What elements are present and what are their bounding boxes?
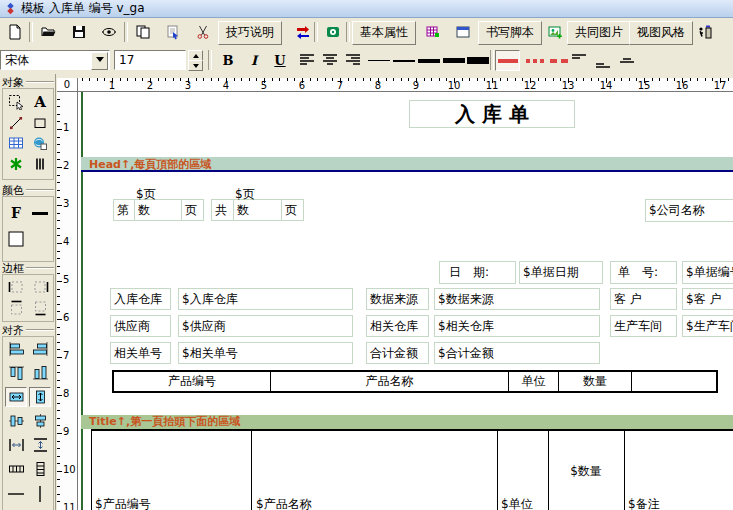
equal-height-cells-button[interactable] xyxy=(29,459,51,479)
product-name-field[interactable]: $产品名称 xyxy=(256,496,312,510)
header-cell-product-code[interactable]: 产品编号 xyxy=(114,372,270,391)
workshop-field[interactable]: $生产车间 xyxy=(682,315,733,337)
total-pages-field[interactable]: $页 数 xyxy=(233,199,282,221)
equal-v-spacing-button[interactable] xyxy=(29,435,51,455)
header-cell-product-name[interactable]: 产品名称 xyxy=(270,372,508,391)
warehouse-label[interactable]: 入库仓库 xyxy=(110,288,171,310)
company-name-field[interactable]: $公司名称 xyxy=(645,199,733,222)
customer-label[interactable]: 客 户 xyxy=(610,288,677,310)
note-field[interactable]: $备注 xyxy=(628,496,660,510)
same-width-button[interactable] xyxy=(5,387,27,407)
total-amount-field[interactable]: $合计金额 xyxy=(434,342,600,364)
border-top-button[interactable] xyxy=(5,298,27,318)
swap-arrows-button[interactable] xyxy=(290,21,316,43)
unit-field[interactable]: $单位 xyxy=(501,496,533,510)
image-add-button[interactable] xyxy=(542,21,568,43)
quantity-field[interactable]: $数量 xyxy=(548,463,624,480)
image-tool-button[interactable] xyxy=(29,133,51,153)
paste-button[interactable] xyxy=(160,21,186,43)
line-weight-5-button[interactable] xyxy=(465,50,491,71)
bold-button[interactable]: B xyxy=(216,50,240,71)
write-script-button[interactable]: 书写脚本 xyxy=(478,21,542,45)
total-amount-label[interactable]: 合计金额 xyxy=(366,342,429,364)
center-on-vertical-button[interactable] xyxy=(29,411,51,431)
text-tool-button[interactable]: A xyxy=(29,92,51,112)
line-weight-2-button[interactable] xyxy=(391,50,417,71)
copy-button[interactable] xyxy=(130,21,156,43)
align-left-button[interactable] xyxy=(296,49,318,71)
design-canvas[interactable]: 入库单 Head↑,每頁頂部的區域 第 $页 数 页 共 $页 数 页 $公司名… xyxy=(78,92,733,510)
center-on-horizontal-button[interactable] xyxy=(5,411,27,431)
window-button[interactable] xyxy=(450,21,476,43)
save-button[interactable] xyxy=(66,21,92,43)
line-style-dotted-button[interactable] xyxy=(522,50,547,71)
vertical-line-button[interactable] xyxy=(29,484,51,504)
special-object-tool-button[interactable] xyxy=(5,154,27,174)
line-weight-4-button[interactable] xyxy=(441,50,467,71)
head-band[interactable]: Head↑,每頁頂部的區域 xyxy=(81,157,733,172)
line-tool-button[interactable] xyxy=(5,113,27,133)
view-style-button[interactable]: 视图风格 xyxy=(629,21,693,45)
open-button[interactable] xyxy=(36,21,62,43)
font-size-input[interactable]: 17 xyxy=(114,50,186,70)
font-color-button[interactable]: F xyxy=(5,203,27,223)
warehouse-field[interactable]: $入库仓库 xyxy=(178,288,353,310)
grid-button[interactable] xyxy=(420,21,446,43)
exit-button[interactable] xyxy=(692,21,718,43)
shared-images-button[interactable]: 共同图片 xyxy=(567,21,631,45)
total-prefix-label[interactable]: 共 xyxy=(211,199,234,221)
align-right-button[interactable] xyxy=(342,49,364,71)
border-left-button[interactable] xyxy=(5,277,27,297)
line-style-solid-button[interactable] xyxy=(495,50,520,71)
header-cell-empty[interactable] xyxy=(631,372,716,391)
form-title-box[interactable]: 入库单 xyxy=(409,100,575,128)
header-cell-unit[interactable]: 单位 xyxy=(508,372,558,391)
new-document-button[interactable] xyxy=(2,21,28,43)
date-label[interactable]: 日 期: xyxy=(439,261,516,284)
supplier-field[interactable]: $供应商 xyxy=(178,315,353,337)
basic-properties-button[interactable]: 基本属性 xyxy=(352,21,416,45)
page-suffix-label[interactable]: 页 xyxy=(181,199,204,221)
select-tool-button[interactable] xyxy=(5,92,27,112)
product-code-field[interactable]: $产品编号 xyxy=(95,496,151,510)
page-number-field[interactable]: $页 数 xyxy=(134,199,182,221)
font-dropdown-arrow[interactable] xyxy=(91,52,108,70)
underline-button[interactable]: U xyxy=(268,50,292,71)
stepper-down-button[interactable] xyxy=(188,60,203,71)
same-height-button[interactable] xyxy=(29,387,51,407)
rectangle-tool-button[interactable] xyxy=(29,113,51,133)
title-band[interactable]: Title↑,第一頁抬頭下面的區域 xyxy=(81,415,733,429)
line-weight-3-button[interactable] xyxy=(416,50,442,71)
related-warehouse-field[interactable]: $相关仓库 xyxy=(434,315,600,337)
tips-button[interactable]: 技巧说明 xyxy=(218,21,282,45)
data-source-label[interactable]: 数据来源 xyxy=(366,288,429,310)
media-button[interactable] xyxy=(320,21,346,43)
align-bottom-edges-button[interactable] xyxy=(29,363,51,383)
horizontal-line-button[interactable] xyxy=(5,484,27,504)
related-warehouse-label[interactable]: 相关仓库 xyxy=(366,315,429,337)
supplier-label[interactable]: 供应商 xyxy=(110,315,171,337)
line-color-button[interactable] xyxy=(29,203,51,223)
header-cell-quantity[interactable]: 数量 xyxy=(558,372,631,391)
column-header-table[interactable]: 产品编号 产品名称 单位 数量 xyxy=(112,370,718,393)
valign-top-button[interactable] xyxy=(568,48,590,70)
equal-width-cells-button[interactable] xyxy=(5,459,27,479)
barcode-tool-button[interactable] xyxy=(29,154,51,174)
font-select[interactable]: 宋体 xyxy=(0,50,110,70)
valign-bottom-button[interactable] xyxy=(592,54,614,76)
total-suffix-label[interactable]: 页 xyxy=(281,199,304,221)
date-field[interactable]: $单据日期 xyxy=(519,261,603,284)
valign-middle-button[interactable] xyxy=(616,51,638,73)
print-preview-button[interactable] xyxy=(96,21,122,43)
align-right-edges-button[interactable] xyxy=(29,339,51,359)
italic-button[interactable]: I xyxy=(242,50,266,71)
table-tool-button[interactable] xyxy=(5,133,27,153)
related-doc-label[interactable]: 相关单号 xyxy=(110,342,171,364)
doc-number-label[interactable]: 单 号: xyxy=(610,261,677,284)
align-left-edges-button[interactable] xyxy=(5,339,27,359)
page-prefix-label[interactable]: 第 xyxy=(113,199,135,221)
font-size-stepper[interactable] xyxy=(188,50,202,70)
line-weight-1-button[interactable] xyxy=(366,50,392,71)
data-source-field[interactable]: $数据来源 xyxy=(434,288,600,310)
doc-number-field[interactable]: $单据编号 xyxy=(682,261,733,284)
